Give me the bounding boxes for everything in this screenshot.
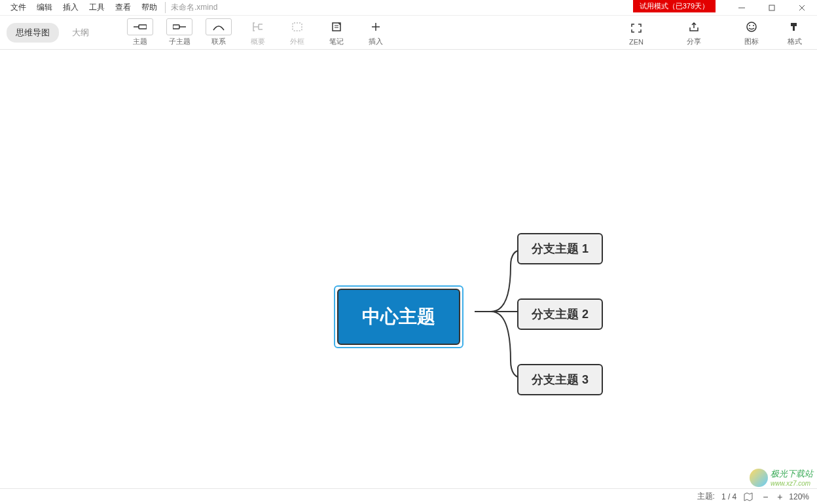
tool-subtopic[interactable]: 子主题 <box>164 17 195 48</box>
zoom-out-button[interactable]: − <box>760 492 771 502</box>
subtopic-icon <box>166 18 192 35</box>
insert-icon <box>363 18 389 35</box>
central-topic-selection: 中心主题 <box>334 285 463 348</box>
minimize-button[interactable] <box>727 0 757 16</box>
status-topic-label: 主题: <box>697 491 715 502</box>
share-icon <box>681 18 707 35</box>
relationship-icon <box>206 18 232 35</box>
tool-notes-label: 笔记 <box>329 37 344 46</box>
menu-view[interactable]: 查看 <box>110 0 136 15</box>
tool-zen-label: ZEN <box>629 38 644 46</box>
zoom-level[interactable]: 120% <box>789 492 809 501</box>
svg-point-14 <box>747 22 756 31</box>
toolbar: 思维导图 大纲 主题 子主题 联系 概要 <box>0 16 817 50</box>
menu-file[interactable]: 文件 <box>5 0 31 15</box>
tool-subtopic-label: 子主题 <box>169 37 191 46</box>
menu-help[interactable]: 帮助 <box>136 0 162 15</box>
menu-tools[interactable]: 工具 <box>84 0 110 15</box>
tool-icons-label: 图标 <box>744 37 759 46</box>
trial-mode-badge[interactable]: 试用模式（已379天） <box>633 0 716 12</box>
tool-share[interactable]: 分享 <box>678 17 710 48</box>
tool-boundary[interactable]: 外框 <box>281 17 313 48</box>
branch-topic-1[interactable]: 分支主题 1 <box>517 233 603 264</box>
zoom-controls: − + 120% <box>760 492 809 502</box>
titlebar: 文件 编辑 插入 工具 查看 帮助 未命名.xmind 试用模式（已379天） <box>0 0 817 16</box>
tool-topic[interactable]: 主题 <box>124 17 156 48</box>
svg-point-15 <box>749 25 750 26</box>
statusbar: 主题: 1 / 4 − + 120% <box>0 488 817 504</box>
tool-relationship-label: 联系 <box>211 37 226 46</box>
tool-group-far-right: 图标 格式 <box>736 17 810 48</box>
menu-insert[interactable]: 插入 <box>58 0 84 15</box>
notes-icon <box>323 18 350 35</box>
menu-edit[interactable]: 编辑 <box>31 0 58 15</box>
tab-mindmap[interactable]: 思维导图 <box>7 23 59 43</box>
tool-topic-label: 主题 <box>133 37 147 46</box>
zen-icon <box>623 20 649 37</box>
document-filename: 未命名.xmind <box>165 2 217 13</box>
tool-summary-label: 概要 <box>251 37 265 46</box>
status-topic-count: 1 / 4 <box>721 492 736 501</box>
tool-zen[interactable]: ZEN <box>621 18 652 47</box>
topic-icon <box>127 18 153 35</box>
svg-rect-1 <box>769 5 774 10</box>
tool-group-right: ZEN 分享 <box>621 17 710 48</box>
tool-format[interactable]: 格式 <box>779 17 810 48</box>
boundary-icon <box>284 18 310 35</box>
menubar: 文件 编辑 插入 工具 查看 帮助 <box>0 0 162 15</box>
window-controls <box>727 0 817 16</box>
close-button[interactable] <box>787 0 817 16</box>
tool-group-main: 主题 子主题 联系 概要 外框 <box>124 17 391 48</box>
central-topic[interactable]: 中心主题 <box>337 289 460 345</box>
minimap-icon[interactable] <box>743 492 753 502</box>
svg-rect-8 <box>293 23 302 31</box>
maximize-button[interactable] <box>757 0 787 16</box>
smiley-icon <box>738 18 765 35</box>
zoom-in-button[interactable]: + <box>774 492 785 502</box>
tab-outline[interactable]: 大纲 <box>63 23 98 43</box>
tool-summary[interactable]: 概要 <box>242 17 274 48</box>
tool-insert-label: 插入 <box>369 37 383 46</box>
tool-notes[interactable]: 笔记 <box>321 17 352 48</box>
svg-rect-6 <box>173 25 179 29</box>
tool-format-label: 格式 <box>788 37 802 46</box>
canvas[interactable]: 中心主题 分支主题 1 分支主题 2 分支主题 3 <box>0 50 817 488</box>
svg-rect-4 <box>139 25 147 29</box>
tool-share-label: 分享 <box>687 37 701 46</box>
branch-topic-2[interactable]: 分支主题 2 <box>517 298 603 330</box>
svg-point-16 <box>753 25 754 26</box>
tool-boundary-label: 外框 <box>290 37 304 46</box>
tool-icons[interactable]: 图标 <box>736 17 767 48</box>
tool-relationship[interactable]: 联系 <box>203 17 234 48</box>
format-icon <box>782 18 808 35</box>
tool-insert[interactable]: 插入 <box>360 17 391 48</box>
summary-icon <box>245 18 271 35</box>
branch-topic-3[interactable]: 分支主题 3 <box>517 364 603 395</box>
view-tabs: 思维导图 大纲 <box>7 23 98 43</box>
